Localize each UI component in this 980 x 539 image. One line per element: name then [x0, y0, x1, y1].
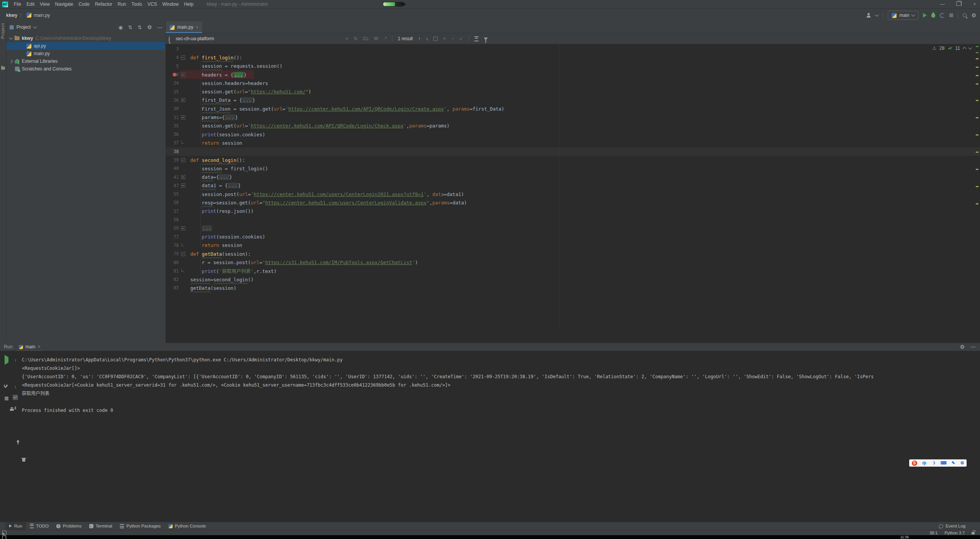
fold-expand-icon[interactable]: +	[181, 183, 185, 188]
menu-item-vcs[interactable]: VCS	[145, 2, 160, 7]
close-button[interactable]: ×	[972, 2, 977, 7]
menu-item-code[interactable]: Code	[76, 2, 92, 7]
code-editor[interactable]: 34−def first_login():5 session = request…	[166, 44, 980, 343]
up-stack-trace-icon[interactable]: ↑	[13, 358, 18, 363]
sogou-logo-icon[interactable]: S	[912, 461, 917, 466]
project-tree-item-main-py[interactable]: main.py	[7, 50, 165, 57]
code-line[interactable]: 59+ ...	[166, 224, 980, 232]
run-configuration-select[interactable]: main	[888, 11, 918, 20]
editor-tab-main-py[interactable]: main.py ×	[166, 21, 202, 33]
error-stripe-mark[interactable]	[976, 169, 978, 170]
chinese-mode-icon[interactable]: 中	[922, 460, 926, 466]
fold-gutter[interactable]: +	[179, 226, 187, 230]
fold-expand-icon[interactable]: +	[181, 226, 185, 230]
project-panel-title[interactable]: Project	[16, 24, 31, 30]
code-line[interactable]: 56 resp=session.get(url="https://center.…	[166, 198, 980, 207]
locate-file-icon[interactable]: ◉	[118, 24, 122, 30]
remove-occurrence-icon[interactable]: −	[451, 36, 454, 41]
code-line[interactable]: 77 print(session.cookies)	[166, 233, 980, 241]
select-all-occurrences-icon[interactable]	[433, 37, 438, 41]
panel-settings-gear-icon[interactable]: ⚙	[147, 24, 152, 30]
tool-window-button-todo[interactable]: TODO	[26, 522, 52, 530]
hide-panel-icon[interactable]: —	[971, 344, 975, 350]
down-stack-trace-icon[interactable]: ↓	[13, 384, 18, 389]
clear-search-icon[interactable]: ×	[346, 36, 348, 41]
code-line[interactable]: 82session=second_login()	[166, 275, 980, 284]
interpreter-label[interactable]: Python 3.7	[944, 531, 965, 535]
fold-expand-icon[interactable]: +	[181, 175, 185, 179]
menu-item-window[interactable]: Window	[160, 2, 181, 7]
debug-button[interactable]	[931, 13, 935, 18]
code-line[interactable]: 6+ headers = {...}	[166, 70, 980, 79]
project-tree-item-scratches-and-consoles[interactable]: Scratches and Consoles	[7, 65, 165, 73]
tool-window-button-run[interactable]: Run	[5, 522, 26, 530]
code-line[interactable]: 38	[166, 147, 980, 156]
line-number[interactable]: 80	[166, 260, 179, 265]
line-number[interactable]: 39	[166, 157, 179, 163]
line-number[interactable]: 4	[166, 55, 179, 60]
keyboard-icon[interactable]: ⌨	[941, 461, 947, 466]
menu-item-view[interactable]: View	[37, 2, 52, 7]
error-stripe-mark[interactable]	[976, 203, 978, 204]
ime-settings-icon[interactable]: ⚙	[960, 461, 964, 466]
breadcrumb-file[interactable]: main.py	[34, 13, 50, 18]
line-number[interactable]: 41	[166, 175, 179, 180]
search-history-icon[interactable]: ↻	[354, 36, 358, 41]
line-number[interactable]: 81	[166, 268, 179, 274]
expand-all-icon[interactable]: ⇅	[128, 24, 132, 30]
code-line[interactable]: 36 print(session.cookies)	[166, 130, 980, 139]
tool-window-button-terminal[interactable]: >_Terminal	[85, 522, 116, 530]
code-line[interactable]: 81 print('获取用户列表',r.text)	[166, 267, 980, 275]
code-line[interactable]: 83getData(session)	[166, 284, 980, 292]
run-settings-gear-icon[interactable]: ⚙	[960, 344, 965, 350]
minimize-button[interactable]: —	[940, 2, 945, 7]
code-line[interactable]: 31+ params={...}	[166, 113, 980, 121]
fold-expand-icon[interactable]: +	[181, 73, 185, 77]
hide-panel-icon[interactable]: —	[157, 24, 162, 30]
search-input[interactable]: sec-ch-ua-platform	[176, 36, 214, 41]
lock-icon[interactable]	[972, 532, 975, 534]
chevron-right-icon[interactable]	[9, 59, 13, 63]
line-number[interactable]: 56	[166, 200, 179, 205]
project-tree-item-external-libraries[interactable]: External Libraries	[7, 57, 165, 65]
code-line[interactable]: 39−def second_login():	[166, 156, 980, 164]
line-number[interactable]: 47	[166, 183, 179, 188]
line-number[interactable]: 55	[166, 191, 179, 197]
caret-position[interactable]: 38:1	[929, 531, 938, 535]
fold-gutter[interactable]: −	[179, 252, 187, 256]
line-number[interactable]: 24	[166, 80, 179, 86]
inspection-widget[interactable]: ⚠ 28 ✓✓ 11	[931, 45, 973, 51]
line-number[interactable]: 59	[166, 225, 179, 231]
error-stripe-mark[interactable]	[976, 75, 978, 76]
words-toggle[interactable]: W	[374, 36, 378, 41]
line-number[interactable]: 5	[166, 64, 179, 69]
tool-window-switcher-icon[interactable]	[2, 531, 7, 535]
filter-search-icon[interactable]	[484, 38, 488, 40]
line-number[interactable]: 30	[166, 106, 179, 111]
line-number[interactable]: 82	[166, 277, 179, 282]
scroll-to-end-icon[interactable]: ⇟	[13, 405, 18, 411]
menu-item-file[interactable]: File	[11, 2, 24, 7]
fold-collapse-icon[interactable]: −	[181, 158, 185, 162]
error-stripe-mark[interactable]	[976, 58, 978, 59]
code-line[interactable]: 41+ data={...}	[166, 173, 980, 181]
user-icon[interactable]	[866, 13, 871, 18]
breakpoint-icon[interactable]	[173, 73, 176, 77]
close-tab-icon[interactable]: ×	[196, 25, 198, 29]
code-line[interactable]: 40 session = first_login()	[166, 164, 980, 173]
fold-gutter[interactable]: +	[179, 175, 187, 179]
line-number[interactable]: 77	[166, 234, 179, 240]
night-mode-icon[interactable]: ☽	[931, 461, 935, 466]
profiler-button[interactable]	[940, 13, 945, 18]
fold-expand-icon[interactable]: +	[181, 115, 185, 119]
line-number[interactable]: 40	[166, 166, 179, 171]
fold-gutter[interactable]: +	[179, 98, 187, 102]
fold-expand-icon[interactable]: +	[181, 98, 185, 102]
line-number[interactable]: 25	[166, 89, 179, 95]
code-line[interactable]: 30 First_Json = session.get(url='https:/…	[166, 105, 980, 113]
menu-item-run[interactable]: Run	[115, 2, 129, 7]
toggle-occurrence-icon[interactable]: ✓	[459, 36, 463, 41]
error-stripe-mark[interactable]	[976, 186, 978, 187]
project-tree-item-kkwy[interactable]: kkwyC:\Users\Administrator\Desktop\kkwy	[7, 34, 165, 42]
error-stripe-mark[interactable]	[976, 117, 978, 118]
